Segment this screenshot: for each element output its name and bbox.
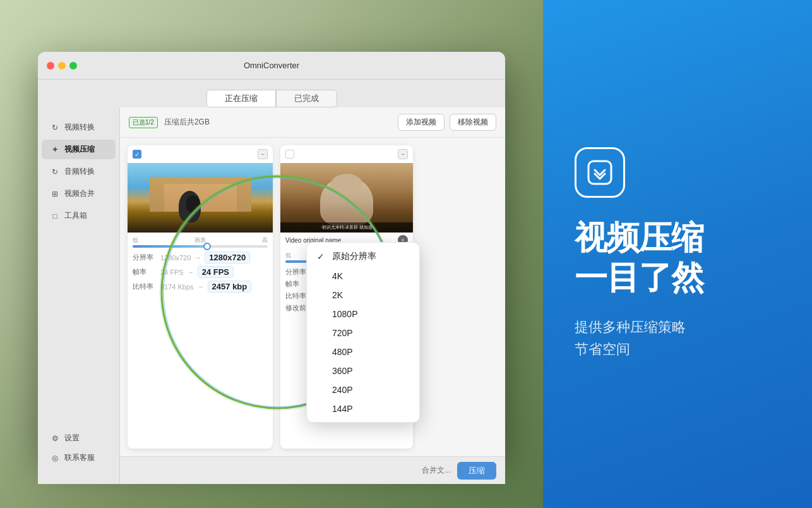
selection-info: 已选1/2 压缩后共2GB [129, 117, 210, 128]
sidebar-item-label: 工具箱 [64, 210, 87, 221]
add-video-button[interactable]: 添加视频 [398, 114, 445, 131]
resolution-label-1: 分辨率 [133, 253, 157, 262]
footer-merge-text: 合并文... [422, 465, 451, 476]
brand-svg [585, 157, 615, 188]
video-2-thumbnail: ·初识尤米特·冰兽群·就知道 [280, 163, 413, 233]
maximize-button[interactable] [69, 62, 77, 70]
sidebar: ↻ 视频转换 ✦ 视频压缩 ↻ 音频转换 ⊞ 视频合并 □ 工具箱 [38, 107, 120, 484]
resolution-new-1[interactable]: 1280x720 [205, 251, 250, 263]
left-panel: OmniConverter 正在压缩 已完成 ↻ 视频转换 ✦ 视频压缩 [0, 0, 543, 508]
dropdown-label-360p: 360P [332, 366, 353, 376]
dropdown-item-480p[interactable]: 480P [307, 342, 419, 361]
dropdown-label-1080p: 1080P [332, 309, 357, 319]
sidebar-item-support[interactable]: ◎ 联系客服 [42, 448, 116, 468]
sidebar-item-toolbox[interactable]: □ 工具箱 [42, 206, 116, 226]
audio-convert-icon: ↻ [51, 167, 59, 176]
minimize-button[interactable] [58, 62, 66, 70]
quality-slider-1[interactable] [133, 245, 268, 248]
bitrate-new-1[interactable]: 2457 kbp [208, 281, 252, 293]
promo-title-line2: 一目了然 [575, 258, 703, 297]
sidebar-item-label: 视频合并 [64, 188, 95, 199]
compress-size-info: 压缩后共2GB [164, 117, 210, 128]
video-list: ✓ − [120, 138, 505, 456]
dropdown-label-144p: 144P [332, 404, 353, 414]
sidebar-item-label: 视频转换 [64, 122, 95, 133]
window-tabs: 正在压缩 已完成 [206, 90, 337, 107]
dropdown-item-4k[interactable]: 4K [307, 267, 419, 286]
bitrate-label-1: 比特率 [133, 282, 157, 291]
video-2-collapse[interactable]: − [398, 149, 408, 159]
compress-button[interactable]: 压缩 [457, 462, 496, 480]
video-card-1: ✓ − [128, 145, 273, 449]
sidebar-item-settings[interactable]: ⚙ 设置 [42, 428, 116, 448]
quality-high-label: 高 [262, 236, 268, 245]
dropdown-item-1080p[interactable]: 1080P [307, 305, 419, 324]
dropdown-item-original[interactable]: ✓ 原始分辨率 [307, 246, 419, 267]
window-titlebar: OmniConverter [38, 52, 505, 80]
promo-title: 视频压缩 一目了然 [575, 218, 703, 297]
resolution-orig-1: 1280x720 [160, 254, 191, 262]
fps-new-1[interactable]: 24 FPS [198, 266, 234, 278]
sidebar-item-video-convert[interactable]: ↻ 视频转换 [42, 118, 116, 137]
video-1-checkbox[interactable]: ✓ [133, 150, 141, 159]
promo-title-line1: 视频压缩 [575, 218, 703, 257]
sidebar-item-video-merge[interactable]: ⊞ 视频合并 [42, 184, 116, 203]
video-1-quality-section: 低 画质 高 分辨率 1280x720 → [128, 233, 273, 299]
tab-completed[interactable]: 已完成 [276, 90, 337, 107]
close-button[interactable] [47, 62, 54, 70]
video-card-1-header: ✓ − [128, 145, 273, 163]
window-tabs-bar: 正在压缩 已完成 [38, 80, 505, 107]
toolbox-icon: □ [51, 212, 59, 221]
quality-low-2: 低 [285, 251, 291, 260]
video-compress-icon: ✦ [51, 145, 59, 154]
video-card-2-header: − [280, 145, 413, 163]
bitrate-orig-1: 3174 Kbps [160, 283, 194, 291]
promo-subtitle-line2: 节省空间 [575, 338, 686, 360]
promo-subtitle-line1: 提供多种压缩策略 [575, 316, 686, 338]
window-title: OmniConverter [244, 61, 299, 70]
content-header: 已选1/2 压缩后共2GB 添加视频 移除视频 [120, 107, 505, 138]
dropdown-label-4k: 4K [332, 271, 343, 281]
right-panel: 视频压缩 一目了然 提供多种压缩策略 节省空间 [543, 0, 812, 508]
dropdown-item-240p[interactable]: 240P [307, 380, 419, 399]
remove-video-button[interactable]: 移除视频 [450, 114, 496, 131]
video-1-thumbnail [128, 163, 273, 233]
selection-badge: 已选1/2 [129, 117, 158, 128]
fps-row-1: 帧率 24 FPS → 24 FPS [133, 266, 268, 278]
dropdown-label-720p: 720P [332, 328, 353, 338]
sidebar-item-label: 视频压缩 [64, 144, 95, 155]
tab-compressing[interactable]: 正在压缩 [206, 90, 276, 107]
resolution-arrow-1: → [194, 254, 201, 261]
video-merge-icon: ⊞ [51, 190, 59, 198]
svg-rect-0 [588, 161, 611, 184]
sidebar-item-audio-convert[interactable]: ↻ 音频转换 [42, 162, 116, 181]
fps-arrow-1: → [188, 269, 194, 275]
fps-label-1: 帧率 [133, 267, 157, 277]
video-2-checkbox[interactable] [285, 150, 294, 159]
dropdown-item-720p[interactable]: 720P [307, 324, 419, 342]
window-body: ↻ 视频转换 ✦ 视频压缩 ↻ 音频转换 ⊞ 视频合并 □ 工具箱 [38, 107, 505, 484]
fps-orig-1: 24 FPS [160, 269, 184, 276]
main-content: 已选1/2 压缩后共2GB 添加视频 移除视频 ✓ − [120, 107, 505, 484]
dropdown-item-360p[interactable]: 360P [307, 361, 419, 380]
video-convert-icon: ↻ [51, 123, 59, 132]
dropdown-label-240p: 240P [332, 385, 353, 395]
dropdown-label-original: 原始分辨率 [332, 251, 376, 262]
resolution-row-1: 分辨率 1280x720 → 1280x720 [133, 251, 268, 263]
sidebar-item-video-compress[interactable]: ✦ 视频压缩 [42, 140, 116, 159]
dropdown-item-2k[interactable]: 2K [307, 286, 419, 305]
dropdown-item-144p[interactable]: 144P [307, 399, 419, 418]
mac-window: OmniConverter 正在压缩 已完成 ↻ 视频转换 ✦ 视频压缩 [38, 52, 505, 456]
bitrate-arrow-1: → [198, 283, 204, 290]
video-1-collapse[interactable]: − [258, 149, 268, 159]
quality-slider-fill-1 [133, 245, 207, 248]
settings-icon: ⚙ [51, 434, 59, 443]
check-icon-original: ✓ [317, 251, 326, 262]
sidebar-item-label: 联系客服 [64, 452, 95, 463]
support-icon: ◎ [51, 454, 59, 463]
traffic-lights [47, 62, 77, 70]
brand-icon [575, 147, 625, 198]
dropdown-label-480p: 480P [332, 347, 353, 357]
quality-slider-thumb-1 [203, 243, 211, 250]
header-buttons: 添加视频 移除视频 [398, 114, 496, 131]
